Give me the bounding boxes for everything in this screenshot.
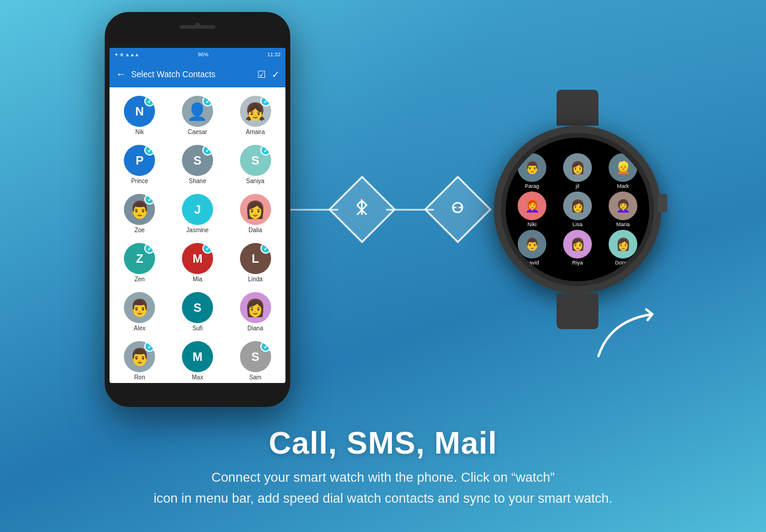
- contact-item[interactable]: 👨Alex: [112, 288, 168, 335]
- contact-name: Zoe: [135, 227, 145, 233]
- contact-name: Saniya: [246, 178, 265, 184]
- watch-contact-name: Riya: [572, 260, 583, 266]
- curved-arrow-container: [592, 308, 664, 370]
- contact-selected-check: ✓: [202, 145, 213, 156]
- signal-status-icon: ▲▲▲: [125, 52, 139, 57]
- watch-contact-name: Maria: [616, 221, 630, 227]
- watch-contact-name: Niki: [528, 221, 537, 227]
- watch-screen: 👨Parag👩jil👱Mark👩‍🦰Niki👩Lisa👩‍🦱Maria👨Davi…: [506, 138, 649, 281]
- contact-name: Max: [192, 374, 203, 381]
- contact-selected-check: ✓: [144, 243, 155, 254]
- contact-name: Amaira: [246, 129, 265, 135]
- contact-selected-check: ✓: [144, 96, 155, 107]
- contact-selected-check: ✓: [260, 243, 271, 254]
- contact-item[interactable]: SSufi: [170, 288, 226, 335]
- contact-selected-check: ✓: [260, 145, 271, 156]
- watch-contact-item: 👩jil: [556, 153, 599, 189]
- watch-contact-name: David: [525, 260, 539, 266]
- watch-contact-item: 👩Lisa: [556, 191, 599, 227]
- contact-item[interactable]: 👨✓Zoe: [112, 190, 168, 237]
- contact-item[interactable]: P✓Prince: [112, 141, 168, 188]
- sync-section: [290, 186, 482, 233]
- watch-contact-item: 👩Donna: [601, 230, 645, 266]
- watch-contact-item: 👨Parag: [510, 153, 554, 189]
- contact-selected-check: ✓: [144, 145, 155, 156]
- sync-diamond: [424, 175, 491, 243]
- watch-contact-item: 👩Riya: [556, 230, 599, 266]
- contacts-grid: N✓Nik👤✓Caesar👧✓AmairaP✓PrinceS✓ShaneS✓Sa…: [110, 87, 285, 383]
- app-bar-title: Select Watch Contacts: [131, 69, 253, 79]
- contact-selected-check: ✓: [202, 96, 213, 107]
- contact-name: Mia: [193, 276, 202, 282]
- contact-selected-check: ✓: [144, 341, 155, 352]
- bottom-section: Call, SMS, Mail Connect your smart watch…: [0, 425, 766, 509]
- status-bar: ✦ ⊕ ▲▲▲ 96% 11:32: [110, 48, 285, 61]
- contact-item[interactable]: Z✓Zen: [112, 239, 168, 286]
- phone-wrapper: ✦ ⊕ ▲▲▲ 96% 11:32 ← Select Watch Contact…: [105, 12, 290, 407]
- contact-name: Shane: [189, 178, 206, 184]
- contact-item[interactable]: N✓Nik: [112, 92, 168, 139]
- cta-subtitle-line1: Connect your smart watch with the phone.…: [36, 467, 730, 509]
- contact-item[interactable]: 👧✓Amaira: [227, 92, 283, 139]
- phone-screen: ✦ ⊕ ▲▲▲ 96% 11:32 ← Select Watch Contact…: [110, 48, 285, 383]
- bluetooth-status-icon: ✦: [114, 52, 118, 57]
- watch-contact-name: Lisa: [573, 221, 583, 227]
- contact-item[interactable]: MMax: [170, 338, 226, 383]
- watch-contact-item: 👩‍🦰Niki: [510, 191, 554, 227]
- watch-button: [658, 194, 667, 212]
- contact-name: Linda: [248, 276, 262, 282]
- watch-contact-name: Donna: [615, 260, 631, 266]
- watch-contact-item: 👱Mark: [601, 153, 645, 189]
- bluetooth-diamond: [328, 175, 396, 243]
- contact-name: Zen: [135, 276, 145, 282]
- watch-contact-item: 👨David: [510, 230, 554, 266]
- contact-name: Dalia: [248, 227, 262, 233]
- confirm-icon[interactable]: ✓: [272, 69, 279, 80]
- watch-contact-name: Mark: [617, 183, 629, 189]
- bluetooth-icon: [352, 198, 372, 221]
- time-display: 11:32: [267, 51, 281, 57]
- curved-arrow-svg: [592, 308, 664, 368]
- battery-level: 96%: [198, 51, 209, 57]
- contact-name: Sam: [249, 374, 262, 381]
- phone-speaker: [180, 25, 215, 29]
- watch-body: 👨Parag👩jil👱Mark👩‍🦰Niki👩Lisa👩‍🦱Maria👨Davi…: [494, 126, 661, 293]
- contact-name: Jasmine: [186, 227, 208, 233]
- contact-name: Caesar: [188, 129, 207, 135]
- contact-item[interactable]: S✓Sam: [227, 338, 283, 383]
- contact-item[interactable]: 👩Diana: [227, 288, 283, 335]
- app-bar: ← Select Watch Contacts ☑ ✓: [110, 61, 285, 87]
- contact-item[interactable]: S✓Saniya: [227, 141, 283, 188]
- contact-item[interactable]: M✓Mia: [170, 239, 226, 286]
- watch-band-top: [557, 90, 598, 126]
- app-bar-icons: ☑ ✓: [257, 69, 279, 80]
- contact-selected-check: ✓: [260, 96, 271, 107]
- contact-item[interactable]: 👩Dalia: [227, 190, 283, 237]
- contact-item[interactable]: JJasmine: [170, 190, 226, 237]
- status-icons: ✦ ⊕ ▲▲▲: [114, 52, 139, 57]
- watch-contact-name: Parag: [525, 183, 539, 189]
- contact-name: Diana: [248, 325, 263, 332]
- contact-selected-check: ✓: [202, 243, 213, 254]
- watch-wrapper: 👨Parag👩jil👱Mark👩‍🦰Niki👩Lisa👩‍🦱Maria👨Davi…: [494, 126, 661, 293]
- contact-selected-check: ✓: [144, 194, 155, 205]
- contact-item[interactable]: 👨✓Ron: [112, 338, 168, 383]
- sync-icon: [448, 198, 467, 221]
- watch-contacts-grid: 👨Parag👩jil👱Mark👩‍🦰Niki👩Lisa👩‍🦱Maria👨Davi…: [506, 148, 649, 270]
- contact-item[interactable]: S✓Shane: [170, 141, 226, 188]
- contact-name: Alex: [134, 325, 145, 332]
- contact-selected-check: ✓: [260, 341, 271, 352]
- watch-contact-item: 👩‍🦱Maria: [601, 191, 645, 227]
- contact-item[interactable]: 👤✓Caesar: [170, 92, 226, 139]
- watch-contact-name: jil: [576, 183, 579, 189]
- cta-title: Call, SMS, Mail: [36, 425, 730, 461]
- select-all-icon[interactable]: ☑: [257, 69, 266, 80]
- contact-name: Prince: [131, 178, 148, 184]
- back-button[interactable]: ←: [115, 68, 126, 81]
- contact-item[interactable]: L✓Linda: [227, 239, 283, 286]
- wifi-status-icon: ⊕: [120, 52, 124, 57]
- phone-body: ✦ ⊕ ▲▲▲ 96% 11:32 ← Select Watch Contact…: [105, 12, 290, 407]
- contact-name: Ron: [134, 374, 145, 381]
- contact-name: Sufi: [192, 325, 202, 332]
- content-wrapper: ✦ ⊕ ▲▲▲ 96% 11:32 ← Select Watch Contact…: [0, 0, 766, 532]
